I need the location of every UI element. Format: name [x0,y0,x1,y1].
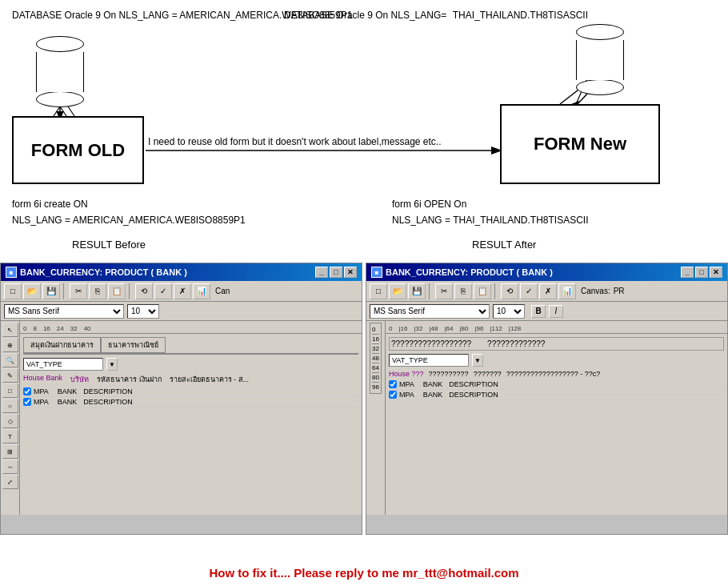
form-new-label: FORM New [534,134,626,155]
checkbox-2-left[interactable] [23,398,31,406]
cut-btn-right[interactable]: ✂ [435,283,453,299]
q-marks-2: ????????????? [487,339,545,348]
vat-dropdown-btn-right[interactable]: ▼ [472,354,483,367]
tab-savings[interactable]: สมุดเงินฝากธนาคาร [23,337,101,353]
screenshot-left: ■ BANK_CURRENCY: PRODUCT ( BANK ) _ □ ✕ … [0,263,362,535]
result-right-text: RESULT After [472,239,536,251]
ruler-top-right: 0 |16 |32 |48 |64 |80 |96 |112 |128 [386,321,727,334]
tab-commercial[interactable]: ธนาคารพาณิชย์ [101,337,166,353]
titlebar-left: ■ BANK_CURRENCY: PRODUCT ( BANK ) _ □ ✕ [1,263,362,281]
db-right-text2: THAI_THAILAND.TH8TISASCII [453,10,588,21]
new-btn-right[interactable]: □ [370,283,387,299]
ruler-numbers: 0 16 32 48 64 80 96 [370,323,382,394]
vat-dropdown-btn-left[interactable]: ▼ [106,358,118,371]
maximize-btn-left[interactable]: □ [330,267,342,278]
sep2-right [494,283,498,299]
tool-2[interactable]: ⊕ [2,338,18,352]
data-row-1-left: MPA BANK DESCRIPTION [23,387,358,397]
tool-11[interactable]: ⤢ [2,475,18,489]
tool-5[interactable]: □ [2,383,18,398]
save-btn-right[interactable]: 💾 [408,283,426,299]
cyl-body-left [36,52,84,92]
maximize-btn-right[interactable]: □ [695,267,708,278]
open-btn-right[interactable]: 📂 [389,283,406,299]
save-btn-left[interactable]: 💾 [42,283,60,299]
data-row-2-left: MPA BANK DESCRIPTION [23,397,358,407]
data-rows-left: MPA BANK DESCRIPTION MPA BANK DESCRIPTIO… [23,387,358,407]
q-row-1: ?????????????????? ????????????? [389,337,724,351]
font-select-left[interactable]: MS Sans Serif [4,304,124,319]
bottom-labels-right: form 6i OPEN On NLS_LANG = THAI_THAILAND… [392,199,589,226]
db-right-text: DATABASE Oracle 9 On NLS_LANG= [284,10,446,21]
q-marks-1: ?????????????????? [391,339,471,348]
title-text-right: BANK_CURRENCY: PRODUCT ( BANK ) [386,267,553,277]
cylinder-left [36,36,84,107]
db-label-right: DATABASE Oracle 9 On NLS_LANG= THAI_THAI… [284,10,588,21]
tool-8[interactable]: T [2,429,18,444]
bold-btn-right[interactable]: B [531,305,546,318]
canvas-label-left: Can [215,287,230,295]
result-right: RESULT After [472,239,536,251]
tool-7[interactable]: ◇ [2,414,18,428]
vat-row-right: VAT_TYPE ▼ [389,354,724,367]
copy-btn-right[interactable]: ⎘ [454,283,472,299]
btn6-left[interactable]: ✗ [174,283,191,299]
bottom-labels-left: form 6i create ON NLS_LANG = AMERICAN_AM… [12,199,246,226]
title-text-left: BANK_CURRENCY: PRODUCT ( BANK ) [20,267,187,277]
font-select-right[interactable]: MS Sans Serif [370,304,490,319]
font-size-left[interactable]: 10 [127,304,159,319]
close-btn-left[interactable]: ✕ [344,267,357,278]
cylinder-right [576,24,624,95]
btn6-right[interactable]: ✗ [539,283,557,299]
copy-btn-left[interactable]: ⎘ [89,283,106,299]
font-row-left: MS Sans Serif 10 [1,302,362,321]
cyl-top-right [576,24,624,40]
bottom-right-line2: NLS_LANG = THAI_THAILAND.TH8TISASCII [392,215,589,226]
vat-input-left[interactable]: VAT_TYPE [23,358,103,371]
bottom-left-line1: form 6i create ON [12,199,246,210]
minimize-btn-right[interactable]: _ [681,267,694,278]
new-btn-left[interactable]: □ [4,283,22,299]
arrow-message: I need to reuse old form but it doesn't … [148,136,460,147]
italic-btn-right[interactable]: I [549,305,563,318]
checkbox-2-right[interactable] [389,391,397,399]
paste-btn-right[interactable]: 📋 [474,283,491,299]
tool-4[interactable]: ✎ [2,368,18,383]
bank-label-small: บริษัท [70,374,89,385]
side-toolbar-right: 0 16 32 48 64 80 96 [366,321,386,515]
house-bank-label: House Bank [23,374,62,385]
sep1-right [429,283,432,299]
btn4-right[interactable]: ⟲ [501,283,518,299]
font-row-right: MS Sans Serif 10 B I [366,302,727,321]
btn5-left[interactable]: ✓ [154,283,172,299]
vat-input-right[interactable]: VAT_TYPE [389,354,469,367]
btn7-left[interactable]: 📊 [193,283,210,299]
close-btn-right[interactable]: ✕ [710,267,722,278]
bottom-left-line2: NLS_LANG = AMERICAN_AMERICA.WE8ISO8859P1 [12,215,246,226]
cyl-body-right [576,40,624,80]
q-marks-5: ?????????????????? - ??c? [506,370,601,378]
paste-btn-left[interactable]: 📋 [108,283,126,299]
tool-10[interactable]: ↔ [2,460,18,474]
fix-message-text: How to fix it.... Please reply to me mr_… [209,566,518,580]
checkbox-1-left[interactable] [23,387,31,395]
tool-cursor[interactable]: ↖ [2,323,18,337]
col-header-link: รหัสธนาคาร เงินฝาก [97,374,162,385]
win-controls-left: _ □ ✕ [315,267,357,278]
font-size-right[interactable]: 10 [493,304,525,319]
tool-3[interactable]: 🔍 [2,353,18,367]
tool-9[interactable]: ⊞ [2,444,18,459]
data-rows-right: MPA BANK DESCRIPTION MPA BANK DESCRIPTIO… [389,379,724,400]
form-content-right: ?????????????????? ????????????? VAT_TYP… [386,334,727,515]
title-icon-left: ■ [6,267,17,278]
tool-6[interactable]: ○ [2,399,18,413]
house-q-label: House ??? [389,370,424,378]
checkbox-1-right[interactable] [389,380,397,388]
open-btn-left[interactable]: 📂 [23,283,41,299]
btn7-right[interactable]: 📊 [558,283,576,299]
minimize-btn-left[interactable]: _ [315,267,328,278]
btn5-right[interactable]: ✓ [520,283,538,299]
btn4-left[interactable]: ⟲ [135,283,153,299]
cut-btn-left[interactable]: ✂ [70,283,87,299]
sep1-left [63,283,66,299]
